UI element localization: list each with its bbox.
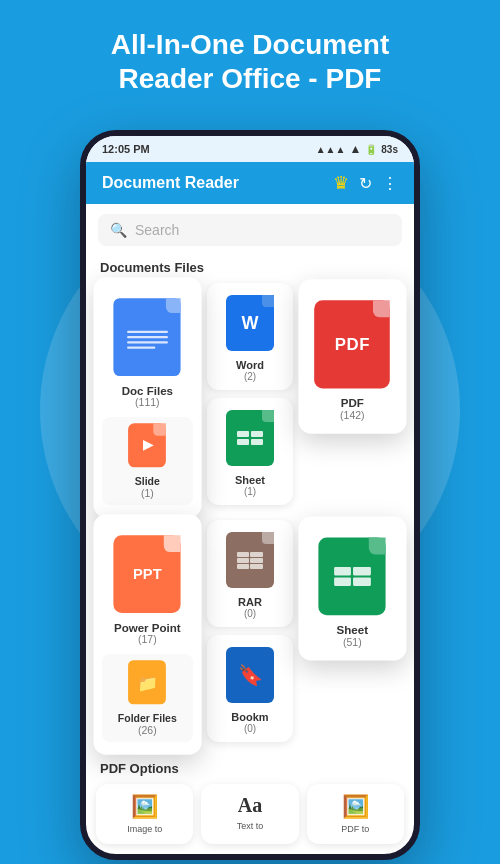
doc-icon xyxy=(114,298,181,376)
word-card[interactable]: W Word (2) xyxy=(207,283,294,390)
slide-count: (1) xyxy=(141,487,154,499)
hero-title: All-In-One Document Reader Office - PDF xyxy=(0,0,500,115)
sheet-small-label: Sheet xyxy=(235,474,265,486)
image-to-label: Image to xyxy=(127,824,162,834)
file-grid-row2: PPT Power Point (17) 📁 Folder Files (26) xyxy=(86,520,414,755)
text-to-label: Text to xyxy=(237,821,264,831)
pdf-count: (142) xyxy=(340,410,365,422)
rar-label: RAR xyxy=(238,596,262,608)
middle-column: W Word (2) xyxy=(207,283,294,505)
search-icon: 🔍 xyxy=(110,222,127,238)
signal-icon: ▲▲▲ xyxy=(316,144,346,155)
sheet-small-card[interactable]: Sheet (1) xyxy=(207,398,294,505)
crown-icon[interactable]: ♛ xyxy=(333,172,349,194)
battery-icon: 🔋 xyxy=(365,144,377,155)
pdf-icon: PDF xyxy=(315,300,391,388)
folder-mini-card[interactable]: 📁 Folder Files (26) xyxy=(102,654,193,742)
bookmark-icon: 🔖 xyxy=(226,647,274,703)
ppt-count: (17) xyxy=(138,634,157,646)
pdf-to-label: PDF to xyxy=(341,824,369,834)
sheet-large-icon xyxy=(319,538,386,616)
doc-files-count: (111) xyxy=(135,397,160,409)
more-icon[interactable]: ⋮ xyxy=(382,174,398,193)
word-count: (2) xyxy=(244,371,256,382)
middle-column-2: RAR (0) 🔖 Bookm (0) xyxy=(207,520,294,742)
sheet-small-icon xyxy=(226,410,274,466)
bookmark-count: (0) xyxy=(244,723,256,734)
rar-card[interactable]: RAR (0) xyxy=(207,520,294,627)
text-to-icon: Aa xyxy=(238,794,262,817)
file-grid: Doc Files (111) ▶ Slide (1) xyxy=(86,283,414,520)
wifi-icon: ▲ xyxy=(349,142,361,156)
folder-count: (26) xyxy=(138,724,157,736)
app-bar-actions: ♛ ↻ ⋮ xyxy=(333,172,398,194)
pdf-options-title: PDF Options xyxy=(86,755,414,780)
pdf-to-icon: 🖼️ xyxy=(342,794,369,820)
sheet-large-count: (51) xyxy=(343,636,362,648)
pdf-options-row: 🖼️ Image to Aa Text to 🖼️ PDF to xyxy=(86,780,414,854)
sheet-large-card[interactable]: Sheet (51) xyxy=(299,517,407,661)
doc-files-label: Doc Files xyxy=(122,384,173,397)
app-bar-title: Document Reader xyxy=(102,174,239,192)
image-to-card[interactable]: 🖼️ Image to xyxy=(96,784,193,844)
search-bar[interactable]: 🔍 Search xyxy=(98,214,402,246)
bookmark-label: Bookm xyxy=(231,711,268,723)
doc-files-card[interactable]: Doc Files (111) ▶ Slide (1) xyxy=(93,277,201,517)
slide-label: Slide xyxy=(135,476,160,488)
pdf-to-card[interactable]: 🖼️ PDF to xyxy=(307,784,404,844)
bookmark-card[interactable]: 🔖 Bookm (0) xyxy=(207,635,294,742)
image-to-icon: 🖼️ xyxy=(131,794,158,820)
folder-label: Folder Files xyxy=(118,713,177,725)
ppt-card[interactable]: PPT Power Point (17) 📁 Folder Files (26) xyxy=(93,514,201,754)
slide-mini-card[interactable]: ▶ Slide (1) xyxy=(102,417,193,505)
pdf-label-text: PDF xyxy=(341,397,364,410)
status-time: 12:05 PM xyxy=(102,143,150,155)
folder-icon: 📁 xyxy=(128,660,166,704)
refresh-icon[interactable]: ↻ xyxy=(359,174,372,193)
word-label: Word xyxy=(236,359,264,371)
pdf-card[interactable]: PDF PDF (142) xyxy=(299,279,407,433)
app-bar: Document Reader ♛ ↻ ⋮ xyxy=(86,162,414,204)
rar-count: (0) xyxy=(244,608,256,619)
sheet-large-label: Sheet xyxy=(337,624,368,637)
rar-icon xyxy=(226,532,274,588)
phone-mockup: 12:05 PM ▲▲▲ ▲ 🔋 83s Document Reader ♛ ↻… xyxy=(30,130,470,864)
battery-pct: 83s xyxy=(381,144,398,155)
ppt-icon: PPT xyxy=(114,535,181,613)
status-icons: ▲▲▲ ▲ 🔋 83s xyxy=(316,142,398,156)
search-input[interactable]: Search xyxy=(135,222,179,238)
phone-frame: 12:05 PM ▲▲▲ ▲ 🔋 83s Document Reader ♛ ↻… xyxy=(80,130,420,860)
ppt-label-text: Power Point xyxy=(114,621,181,634)
word-icon: W xyxy=(226,295,274,351)
status-bar: 12:05 PM ▲▲▲ ▲ 🔋 83s xyxy=(86,136,414,162)
sheet-small-count: (1) xyxy=(244,486,256,497)
text-to-card[interactable]: Aa Text to xyxy=(201,784,298,844)
slide-icon: ▶ xyxy=(128,423,166,467)
